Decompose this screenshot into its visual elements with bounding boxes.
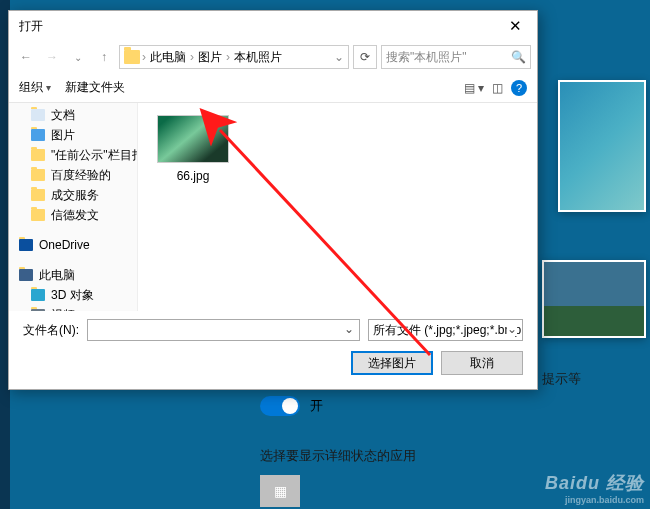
forward-button[interactable]: → [41,46,63,68]
toggle-label: 开 [310,397,323,415]
folder-icon [31,169,45,181]
cancel-button[interactable]: 取消 [441,351,523,375]
toolbar: 组织 新建文件夹 ▤ ▾ ◫ ? [9,73,537,103]
wallpaper-thumb[interactable] [542,260,646,338]
tree-item: "任前公示"栏目打 [9,145,137,165]
search-icon: 🔍 [511,50,526,64]
preview-toggle[interactable]: ◫ [492,81,503,95]
tree-item: 百度经验的 [9,165,137,185]
filename-input[interactable] [87,319,360,341]
pictures-icon [31,129,45,141]
tree-item: 信德发文 [9,205,137,225]
folder-icon [31,189,45,201]
titlebar: 打开 ✕ [9,11,537,41]
organize-menu[interactable]: 组织 [19,79,51,96]
up-button[interactable]: ↑ [93,46,115,68]
open-button[interactable]: 选择图片 [351,351,433,375]
folder-icon [31,149,45,161]
wallpaper-thumb[interactable] [558,80,646,212]
help-icon[interactable]: ? [511,80,527,96]
video-icon [31,309,45,311]
close-button[interactable]: ✕ [495,12,535,40]
tree-item: OneDrive [9,235,137,255]
file-name: 66.jpg [150,169,236,183]
tree-item: 3D 对象 [9,285,137,305]
breadcrumb[interactable]: › 此电脑 › 图片 › 本机照片 ⌄ [119,45,349,69]
view-options[interactable]: ▤ ▾ [464,81,484,95]
file-item[interactable]: 66.jpg [150,115,236,183]
folder-icon [31,209,45,221]
tree-item: 此电脑 [9,265,137,285]
refresh-button[interactable]: ⟳ [353,45,377,69]
thispc-icon [19,269,33,281]
search-input[interactable]: 搜索"本机照片" 🔍 [381,45,531,69]
toggle-switch[interactable]: 开 [260,396,323,416]
tree-item: 图片 [9,125,137,145]
watermark: Baidu 经验 jingyan.baidu.com [545,471,644,505]
file-list[interactable]: 66.jpg [137,103,537,311]
tree-item: 文档 [9,105,137,125]
window-title: 打开 [19,18,495,35]
newfolder-button[interactable]: 新建文件夹 [65,79,125,96]
app-selector[interactable]: ▦ [260,475,300,507]
3d-icon [31,289,45,301]
path-dropdown-icon[interactable]: ⌄ [334,50,344,64]
filename-label: 文件名(N): [23,322,79,339]
search-placeholder: 搜索"本机照片" [386,49,467,66]
crumb[interactable]: 图片 [196,49,224,66]
settings-text: 选择要显示详细状态的应用 [260,447,630,465]
recent-dropdown[interactable]: ⌄ [67,46,89,68]
folder-icon [124,50,140,64]
back-button[interactable]: ← [15,46,37,68]
onedrive-icon [19,239,33,251]
file-thumbnail [157,115,229,163]
crumb[interactable]: 此电脑 [148,49,188,66]
nav-tree[interactable]: 文档 图片 "任前公示"栏目打 百度经验的 成交服务 信德发文 OneDrive… [9,103,137,311]
dialog-footer: 文件名(N): 所有文件 (*.jpg;*.jpeg;*.bmp;*. 选择图片… [9,311,537,389]
nav-bar: ← → ⌄ ↑ › 此电脑 › 图片 › 本机照片 ⌄ ⟳ 搜索"本机照片" 🔍 [9,41,537,73]
open-file-dialog: 打开 ✕ ← → ⌄ ↑ › 此电脑 › 图片 › 本机照片 ⌄ ⟳ 搜索"本机… [8,10,538,390]
tree-item: 成交服务 [9,185,137,205]
document-icon [31,109,45,121]
filetype-dropdown[interactable]: 所有文件 (*.jpg;*.jpeg;*.bmp;*. [368,319,523,341]
crumb[interactable]: 本机照片 [232,49,284,66]
